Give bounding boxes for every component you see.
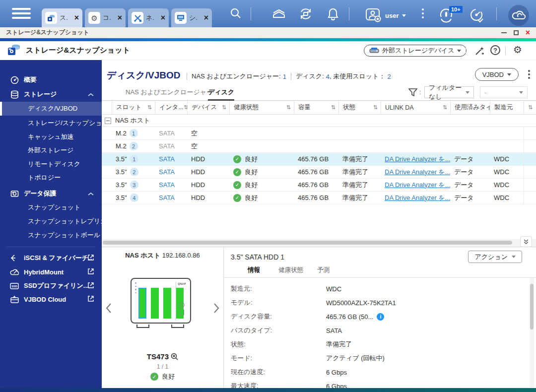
col-health[interactable]: 健康状態: [229, 101, 294, 114]
tab-nas-enclosure[interactable]: NAS およびエンクロージャー: [126, 85, 213, 101]
sidebar-item-disks-vjbod[interactable]: ディスク/VJBOD: [0, 102, 102, 116]
slot-number-badge: 3: [130, 181, 138, 189]
window-title: ストレージ&スナップショット: [6, 28, 89, 37]
more-options-icon[interactable]: [422, 8, 424, 20]
filter-funnel-icon[interactable]: [408, 88, 417, 99]
tab-control-panel[interactable]: ⚙ コ. ×: [85, 8, 126, 27]
sidebar-link-vjbod-cloud[interactable]: VJBOD Cloud: [0, 292, 102, 306]
col-vendor[interactable]: 製造元: [490, 101, 524, 114]
drive-bay-3[interactable]: [163, 288, 171, 319]
action-button[interactable]: アクション: [468, 251, 522, 263]
sidebar-item-snapshot-replica[interactable]: スナップショットレプリカ: [0, 214, 102, 228]
chevron-down-icon: [457, 50, 461, 52]
tab-network[interactable]: ネ. ×: [128, 8, 169, 27]
collapse-group-icon[interactable]: [105, 118, 111, 124]
dashboard-gauge-icon[interactable]: [469, 7, 484, 25]
wizard-wand-icon[interactable]: [474, 46, 485, 59]
sidebar-divider: [6, 247, 96, 247]
da-drive-analyzer-link[interactable]: DA Drive Analyzer を...: [385, 181, 450, 190]
collapse-panel-button[interactable]: [520, 236, 532, 247]
tab-prediction[interactable]: 予測: [317, 266, 330, 274]
vjbod-button[interactable]: VJBOD: [475, 68, 519, 81]
settings-gear-icon[interactable]: [513, 45, 522, 55]
background-tasks-icon[interactable]: [272, 7, 286, 22]
col-interface[interactable]: インタ...: [155, 101, 187, 114]
notifications-bell-icon[interactable]: [327, 7, 339, 23]
sidebar-link-hybridmount[interactable]: HybridMount: [0, 265, 102, 279]
search-icon[interactable]: [229, 7, 242, 22]
table-row[interactable]: M.22 SATA 空: [102, 140, 536, 153]
da-drive-analyzer-link[interactable]: DA Drive Analyzer を...: [385, 168, 450, 177]
col-slot[interactable]: スロット: [112, 101, 155, 114]
maximize-button[interactable]: [514, 30, 519, 35]
da-drive-analyzer-link[interactable]: DA Drive Analyzer を...: [385, 194, 450, 202]
zoom-in-icon[interactable]: [171, 353, 178, 360]
info-icon[interactable]: [377, 313, 384, 321]
sidebar-item-snapshot[interactable]: スナップショット: [0, 200, 102, 214]
tab-disks[interactable]: ディスク: [208, 85, 234, 101]
iscsi-icon: [10, 255, 19, 261]
nas-enclosure-image[interactable]: QNAP: [131, 278, 191, 324]
filter-secondary-select[interactable]: -: [480, 86, 528, 98]
page-more-icon[interactable]: [528, 70, 530, 80]
da-drive-analyzer-link[interactable]: DA Drive Analyzer を...: [385, 155, 450, 164]
sidebar-section-data-protection[interactable]: データ保護: [0, 187, 102, 200]
vjbod-cloud-icon: [10, 296, 19, 303]
col-ulink[interactable]: ULINK DA: [381, 101, 450, 114]
tab-close-icon[interactable]: ×: [74, 14, 79, 22]
help-icon[interactable]: ?: [490, 45, 500, 55]
tab-system[interactable]: シ. ×: [171, 8, 212, 27]
slot-number-badge: 4: [130, 194, 138, 202]
carousel-prev-icon[interactable]: [106, 303, 112, 316]
sidebar-item-overview[interactable]: 概要: [0, 73, 102, 87]
sidebar: 概要 ストレージ ディスク/VJBOD ストレージ/スナップショ... キャッシ…: [0, 60, 102, 392]
table-row[interactable]: 3.5"2 SATA HDD 良好 465.76 GB 準備完了 DA Driv…: [102, 166, 536, 179]
table-header: スロット インタ... デバイス 健康状態 容量 状態 ULINK DA 使用済…: [102, 101, 536, 115]
col-capacity[interactable]: 容量: [294, 101, 338, 114]
col-used-type[interactable]: 使用済みタイ...: [450, 101, 490, 114]
tab-close-icon[interactable]: ×: [204, 14, 208, 22]
sidebar-item-cache-acceleration[interactable]: キャッシュ加速: [0, 130, 102, 144]
tab-close-icon[interactable]: ×: [118, 14, 122, 22]
table-row[interactable]: M.21 SATA 空: [102, 127, 536, 140]
system-icon: [175, 12, 187, 24]
vertical-scrollbar[interactable]: [530, 278, 534, 391]
table-row[interactable]: 3.5"4 SATA HDD 良好 465.76 GB 準備完了 DA Driv…: [102, 192, 536, 204]
tab-label: シ.: [189, 13, 198, 22]
col-status[interactable]: 状態: [338, 101, 381, 114]
drive-bay-1-selected[interactable]: [138, 288, 146, 319]
scrollbar-thumb[interactable]: [103, 241, 512, 245]
chevron-down-icon: [507, 73, 511, 76]
sidebar-link-ssd-profiling[interactable]: SSD SSDプロファイリン...: [0, 279, 102, 293]
sidebar-item-snapshot-vault[interactable]: スナップショットボールト: [0, 228, 102, 242]
sidebar-item-external-storage[interactable]: 外部ストレージ: [0, 143, 102, 157]
external-storage-device-button[interactable]: 外部ストレージデバイス: [364, 45, 467, 57]
tab-label: コ.: [103, 13, 111, 22]
tab-health[interactable]: 健康状態: [278, 266, 303, 274]
sidebar-item-remote-disk[interactable]: リモートディスク: [0, 157, 102, 171]
table-row-selected[interactable]: 3.5"1 SATA HDD 良好 465.76 GB 準備完了 DA Driv…: [102, 153, 536, 166]
carousel-next-icon[interactable]: [213, 303, 219, 316]
main-menu-icon[interactable]: [12, 8, 31, 21]
sidebar-item-storage-snapshots[interactable]: ストレージ/スナップショ...: [0, 116, 102, 130]
table-row[interactable]: 3.5"3 SATA HDD 良好 465.76 GB 準備完了 DA Driv…: [102, 179, 536, 192]
sidebar-section-storage[interactable]: ストレージ: [0, 87, 102, 101]
scrollbar-thumb[interactable]: [530, 284, 534, 329]
tab-storage-snapshots[interactable]: ス. ×: [42, 8, 82, 27]
sidebar-item-topology[interactable]: トポロジー: [0, 171, 102, 185]
sidebar-link-iscsi-fc[interactable]: iSCSI & ファイバーチ..: [0, 251, 102, 265]
group-row-nas-host[interactable]: NAS ホスト: [102, 115, 536, 127]
firmware-update-icon[interactable]: [299, 7, 313, 23]
close-button[interactable]: [526, 29, 530, 37]
health-good-icon: [233, 168, 241, 176]
tab-close-icon[interactable]: ×: [161, 14, 165, 22]
tab-label: ネ.: [146, 13, 154, 22]
tab-info[interactable]: 情報: [248, 266, 260, 274]
minimize-button[interactable]: [501, 32, 507, 33]
myqnapcloud-icon[interactable]: [508, 5, 529, 26]
filter-select[interactable]: フィルターなし: [424, 86, 474, 98]
horizontal-scrollbar[interactable]: [102, 239, 536, 246]
drive-bay-2[interactable]: [151, 288, 159, 319]
user-menu[interactable]: user: [365, 8, 406, 23]
col-device[interactable]: デバイス: [187, 101, 229, 114]
